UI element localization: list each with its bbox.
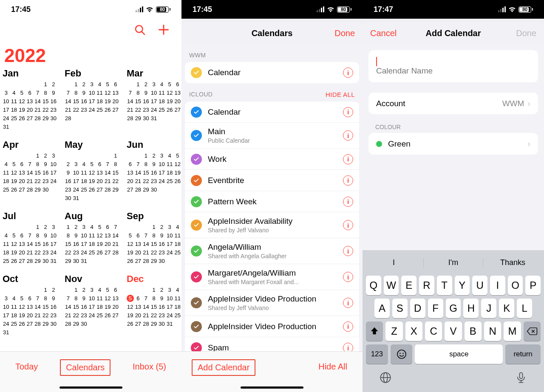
calendar-row[interactable]: Angela/WilliamShared with Angela Gallagh… [185, 238, 359, 264]
key-k[interactable]: K [499, 299, 514, 318]
done-button[interactable]: Done [508, 22, 544, 44]
month-dec[interactable]: Dec0001234567891011121314151617181920212… [127, 274, 181, 337]
search-icon[interactable] [134, 24, 146, 37]
month-jul[interactable]: Jul0000123456789101112131415161718192021… [3, 211, 57, 266]
key-t[interactable]: T [437, 276, 452, 295]
info-icon[interactable]: i [343, 321, 353, 332]
info-icon[interactable]: i [343, 130, 353, 141]
month-jan[interactable]: Jan0000012345678910111213141516171819202… [3, 68, 57, 132]
calendar-row[interactable]: AppleInsider AvailabilityShared by Jeff … [185, 212, 359, 238]
key-d[interactable]: D [410, 299, 425, 318]
info-icon[interactable]: i [343, 154, 353, 164]
month-mar[interactable]: Mar0123456789101112131415161718192021222… [127, 68, 181, 132]
info-icon[interactable]: i [343, 175, 353, 186]
month-may[interactable]: May0000001234567891011121314151617181920… [65, 139, 119, 203]
numbers-key[interactable]: 123 [366, 344, 388, 364]
calendar-row[interactable]: AppleInsider Video Productioni [185, 316, 359, 337]
info-icon[interactable]: i [343, 220, 353, 230]
hide-all-button[interactable]: Hide All [313, 359, 352, 374]
emoji-key[interactable] [391, 344, 413, 364]
key-o[interactable]: O [508, 276, 523, 295]
suggestion[interactable]: I'm [424, 258, 483, 267]
calendar-row[interactable]: Worki [185, 149, 359, 170]
account-row[interactable]: Account WWM › [368, 93, 538, 114]
key-i[interactable]: I [490, 276, 505, 295]
key-x[interactable]: X [405, 321, 422, 341]
key-b[interactable]: B [465, 321, 482, 341]
month-feb[interactable]: Feb0123456789101112131415161718192021222… [65, 68, 119, 132]
key-p[interactable]: P [525, 276, 541, 295]
check-icon[interactable] [191, 297, 202, 308]
key-s[interactable]: S [392, 299, 408, 318]
key-y[interactable]: Y [455, 276, 470, 295]
key-g[interactable]: G [446, 299, 461, 318]
year-grid[interactable]: Jan0000012345678910111213141516171819202… [0, 66, 181, 337]
key-c[interactable]: C [425, 321, 442, 341]
calendar-row[interactable]: Calendari [185, 102, 359, 123]
calendar-row[interactable]: Calendari [185, 62, 359, 83]
key-a[interactable]: A [374, 299, 390, 318]
month-oct[interactable]: Oct0000012345678910111213141516171819202… [3, 274, 57, 337]
shift-key[interactable] [366, 321, 383, 341]
check-icon[interactable] [191, 175, 202, 186]
add-icon[interactable] [158, 24, 170, 37]
suggestion[interactable]: Thanks [483, 258, 542, 267]
calendars-button[interactable]: Calendars [60, 359, 110, 376]
check-icon[interactable] [191, 130, 202, 141]
key-u[interactable]: U [472, 276, 487, 295]
month-nov[interactable]: Nov0123456789101112131415161718192021222… [65, 274, 119, 337]
calendar-row[interactable]: Margaret/Angela/WilliamShared with Marga… [185, 264, 359, 290]
calendar-name-row[interactable] [368, 50, 538, 82]
key-j[interactable]: J [481, 299, 496, 318]
calendar-row[interactable]: Eventbritei [185, 170, 359, 191]
mic-icon[interactable] [515, 372, 527, 385]
info-icon[interactable]: i [343, 246, 353, 256]
key-z[interactable]: Z [385, 321, 402, 341]
calendar-row[interactable]: MainPublic Calendari [185, 123, 359, 149]
info-icon[interactable]: i [343, 68, 353, 78]
calendar-row[interactable]: Pattern Weeki [185, 191, 359, 212]
check-icon[interactable] [191, 245, 202, 257]
check-icon[interactable] [191, 271, 202, 282]
home-indicator[interactable] [60, 386, 122, 389]
month-jun[interactable]: Jun0012345678910111213141516171819202122… [127, 139, 181, 203]
check-icon[interactable] [191, 67, 202, 78]
suggestion[interactable]: I [364, 258, 424, 267]
key-m[interactable]: M [504, 321, 521, 341]
key-q[interactable]: Q [366, 276, 381, 295]
month-sep[interactable]: Sep0001234567891011121314151617181920212… [127, 211, 181, 266]
backspace-key[interactable] [524, 321, 541, 341]
check-icon[interactable] [191, 107, 202, 118]
key-w[interactable]: W [384, 276, 399, 295]
key-n[interactable]: N [484, 321, 501, 341]
key-e[interactable]: E [401, 276, 416, 295]
info-icon[interactable]: i [343, 107, 353, 117]
add-calendar-button[interactable]: Add Calendar [192, 359, 255, 376]
colour-row[interactable]: Green › [368, 133, 538, 155]
key-r[interactable]: R [419, 276, 434, 295]
space-key[interactable]: space [415, 344, 503, 364]
check-icon[interactable] [191, 196, 202, 207]
inbox-button[interactable]: Inbox (5) [128, 359, 171, 374]
calendar-name-input[interactable] [376, 66, 530, 76]
suggestion-bar[interactable]: II'mThanks [364, 253, 542, 272]
keyboard[interactable]: II'mThanks QWERTYUIOP ASDFGHJKL ZXCVBNM … [363, 250, 544, 392]
key-h[interactable]: H [463, 299, 479, 318]
check-icon[interactable] [191, 220, 202, 231]
hide-all-link[interactable]: HIDE ALL [326, 91, 355, 98]
info-icon[interactable]: i [343, 197, 353, 207]
key-v[interactable]: V [445, 321, 462, 341]
key-l[interactable]: L [517, 299, 532, 318]
globe-icon[interactable] [380, 372, 391, 385]
check-icon[interactable] [191, 321, 202, 332]
today-button[interactable]: Today [10, 359, 43, 374]
month-apr[interactable]: Apr0000123456789101112131415161718192021… [3, 139, 57, 203]
return-key[interactable]: return [505, 344, 541, 364]
cancel-button[interactable]: Cancel [363, 22, 404, 44]
done-button[interactable]: Done [327, 22, 363, 44]
info-icon[interactable]: i [343, 298, 353, 308]
info-icon[interactable]: i [343, 272, 353, 282]
home-indicator[interactable] [241, 386, 303, 389]
check-icon[interactable] [191, 154, 202, 165]
calendar-row[interactable]: AppleInsider Video ProductionShared by J… [185, 290, 359, 316]
